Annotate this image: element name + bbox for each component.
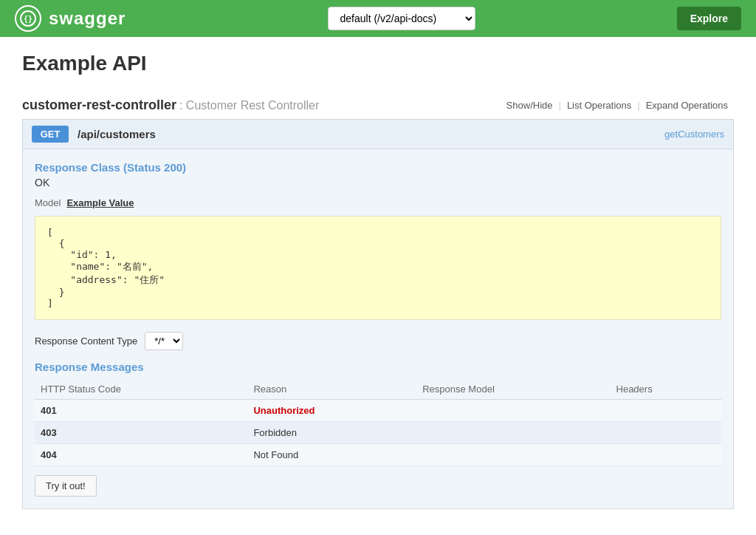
explore-button[interactable]: Explore bbox=[677, 7, 741, 30]
col-status-code: HTTP Status Code bbox=[35, 379, 247, 400]
api-url-select[interactable]: default (/v2/api-docs) bbox=[328, 7, 475, 30]
endpoint-left: GET /api/customers bbox=[32, 126, 156, 143]
list-operations-link[interactable]: List Operations bbox=[561, 100, 637, 111]
app-title: swagger bbox=[49, 8, 126, 29]
method-badge: GET bbox=[32, 126, 69, 143]
code-line-3: "id": 1, bbox=[47, 249, 117, 260]
code-line-1: [ bbox=[47, 227, 53, 238]
header-brand: {} swagger bbox=[15, 5, 126, 32]
endpoint-row[interactable]: GET /api/customers getCustomers bbox=[23, 120, 733, 149]
response-messages-table: HTTP Status Code Reason Response Model H… bbox=[35, 379, 721, 466]
api-endpoint-panel: GET /api/customers getCustomers Response… bbox=[22, 119, 734, 509]
content-type-label: Response Content Type bbox=[35, 335, 137, 347]
controller-name: customer-rest-controller bbox=[22, 98, 176, 112]
page-title: Example API bbox=[22, 52, 734, 75]
app-header: {} swagger default (/v2/api-docs) Explor… bbox=[0, 0, 756, 37]
controller-section-header: customer-rest-controller : Customer Rest… bbox=[22, 98, 734, 119]
col-reason: Reason bbox=[247, 379, 416, 400]
headers-cell bbox=[611, 400, 721, 422]
status-code-cell: 401 bbox=[35, 400, 247, 422]
table-row: 403Forbidden bbox=[35, 422, 721, 444]
code-line-7: ] bbox=[47, 298, 53, 309]
main-content: Example API customer-rest-controller : C… bbox=[0, 37, 756, 524]
example-value-tab[interactable]: Example Value bbox=[66, 197, 134, 208]
example-code-block: [ { "id": 1, "name": "名前", "address": "住… bbox=[35, 216, 721, 320]
svg-text:{}: {} bbox=[24, 15, 32, 23]
operation-id[interactable]: getCustomers bbox=[664, 129, 724, 140]
controller-actions-group: Show/Hide | List Operations | Expand Ope… bbox=[501, 100, 734, 111]
model-tab[interactable]: Model bbox=[35, 197, 61, 208]
code-line-4: "name": "名前", bbox=[47, 261, 153, 272]
headers-cell bbox=[611, 422, 721, 444]
controller-description: : Customer Rest Controller bbox=[179, 99, 319, 112]
code-line-6: } bbox=[47, 287, 64, 298]
swagger-logo-icon: {} bbox=[15, 5, 41, 32]
status-code-cell: 403 bbox=[35, 422, 247, 444]
response-model-cell bbox=[416, 400, 610, 422]
model-tabs: Model Example Value bbox=[35, 197, 721, 208]
col-response-model: Response Model bbox=[416, 379, 610, 400]
expand-operations-link[interactable]: Expand Operations bbox=[640, 100, 734, 111]
col-headers: Headers bbox=[611, 379, 721, 400]
reason-cell: Forbidden bbox=[247, 422, 416, 444]
response-messages-title: Response Messages bbox=[35, 361, 721, 373]
response-status-text: OK bbox=[35, 177, 721, 188]
show-hide-link[interactable]: Show/Hide bbox=[501, 100, 559, 111]
content-type-row: Response Content Type */* bbox=[35, 332, 721, 350]
header-url-selector: default (/v2/api-docs) bbox=[126, 7, 676, 30]
table-row: 404Not Found bbox=[35, 444, 721, 466]
try-it-out-button[interactable]: Try it out! bbox=[35, 475, 97, 497]
table-row: 401Unauthorized bbox=[35, 400, 721, 422]
status-code-cell: 404 bbox=[35, 444, 247, 466]
content-type-select[interactable]: */* bbox=[145, 332, 183, 350]
code-line-2: { bbox=[47, 238, 64, 249]
response-class-title: Response Class (Status 200) bbox=[35, 161, 721, 174]
controller-name-group: customer-rest-controller : Customer Rest… bbox=[22, 98, 319, 113]
reason-cell: Unauthorized bbox=[247, 400, 416, 422]
endpoint-path: /api/customers bbox=[78, 128, 156, 140]
response-model-cell bbox=[416, 422, 610, 444]
code-line-5: "address": "住所" bbox=[47, 274, 165, 285]
api-content-area: Response Class (Status 200) OK Model Exa… bbox=[23, 149, 733, 508]
headers-cell bbox=[611, 444, 721, 466]
response-model-cell bbox=[416, 444, 610, 466]
reason-cell: Not Found bbox=[247, 444, 416, 466]
